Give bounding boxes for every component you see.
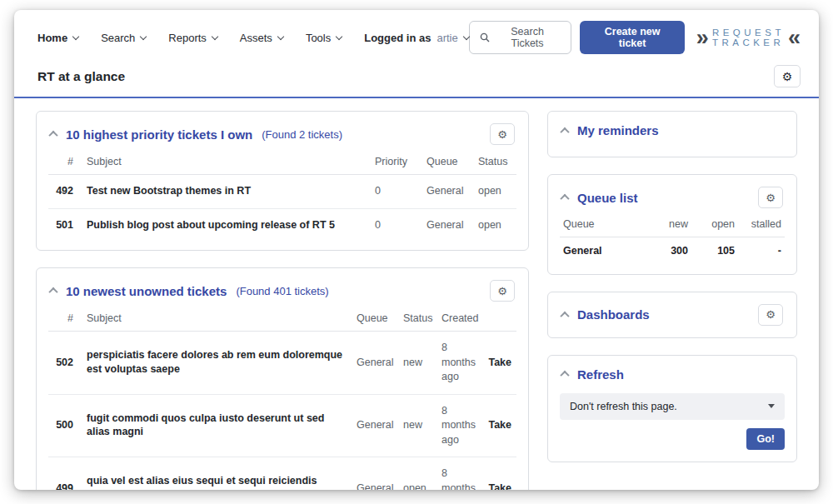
col-queue: Queue bbox=[421, 148, 473, 175]
logo-right-chevrons-icon: « bbox=[788, 27, 801, 47]
col-subject: Subject bbox=[78, 305, 352, 332]
logo-wordmark: REQUEST TRACKER bbox=[712, 27, 785, 48]
col-open: open bbox=[691, 212, 738, 237]
page-title: RT at a glance bbox=[37, 69, 125, 84]
col-take bbox=[483, 305, 516, 332]
col-queue: Queue bbox=[352, 305, 398, 332]
panel-newest-title[interactable]: 10 newest unowned tickets bbox=[66, 284, 227, 298]
chevron-down-icon bbox=[72, 32, 79, 39]
ticket-id[interactable]: 502 bbox=[48, 332, 78, 395]
ticket-id[interactable]: 501 bbox=[48, 208, 78, 242]
ticket-subject-link[interactable]: quia vel est alias eius sequi et sequi r… bbox=[87, 474, 347, 490]
chevron-up-icon[interactable] bbox=[560, 311, 569, 320]
go-button[interactable]: Go! bbox=[746, 428, 785, 450]
panel-refresh-header: Refresh bbox=[560, 366, 785, 385]
request-tracker-logo[interactable]: » REQUEST TRACKER « bbox=[696, 27, 801, 48]
ticket-subject-link[interactable]: perspiciatis facere dolores ab rem eum d… bbox=[87, 348, 347, 377]
panel-highest-priority: 10 highest priority tickets I own (Found… bbox=[36, 111, 529, 251]
chevron-up-icon[interactable] bbox=[48, 131, 57, 140]
panel-highest-gear-button[interactable]: ⚙ bbox=[490, 123, 515, 145]
current-user: artie bbox=[436, 32, 457, 44]
nav-tools[interactable]: Tools bbox=[306, 32, 342, 44]
panel-refresh-title[interactable]: Refresh bbox=[577, 367, 624, 382]
nav-logged-in-as[interactable]: Logged in as artie bbox=[364, 32, 468, 44]
queue-new-count[interactable]: 300 bbox=[645, 237, 691, 266]
gear-icon: ⚙ bbox=[766, 308, 776, 321]
queue-stalled-count: - bbox=[738, 237, 785, 266]
chevron-down-icon bbox=[212, 32, 218, 39]
panel-newest-unowned: 10 newest unowned tickets (Found 401 tic… bbox=[36, 267, 529, 490]
ticket-id[interactable]: 492 bbox=[48, 175, 78, 209]
queue-row: General 300 105 - bbox=[560, 237, 785, 266]
page-settings-gear-button[interactable]: ⚙ bbox=[774, 65, 801, 87]
app-window: Home Search Reports Assets Tools Logged … bbox=[14, 10, 819, 490]
logo-line1: REQUEST bbox=[712, 27, 785, 37]
search-tickets-label: Search Tickets bbox=[494, 26, 561, 49]
col-id: # bbox=[48, 148, 78, 175]
right-column: My reminders Queue list ⚙ Queue new bbox=[547, 111, 797, 490]
nav-reports-label: Reports bbox=[168, 32, 207, 44]
panel-reminders-title[interactable]: My reminders bbox=[577, 123, 659, 137]
ticket-id[interactable]: 499 bbox=[48, 457, 78, 491]
panel-highest-title[interactable]: 10 highest priority tickets I own bbox=[66, 127, 252, 142]
ticket-id[interactable]: 500 bbox=[48, 394, 78, 457]
highest-priority-table: # Subject Priority Queue Status 492 Test… bbox=[48, 148, 516, 242]
table-header-row: # Subject Queue Status Created bbox=[48, 305, 516, 332]
table-header-row: Queue new open stalled bbox=[560, 212, 785, 237]
ticket-queue: General bbox=[421, 175, 473, 209]
left-column: 10 highest priority tickets I own (Found… bbox=[36, 111, 529, 490]
gear-icon: ⚙ bbox=[497, 285, 507, 297]
ticket-queue: General bbox=[421, 208, 473, 242]
take-link[interactable]: Take bbox=[488, 357, 511, 368]
panel-my-reminders: My reminders bbox=[547, 111, 797, 157]
nav-reports[interactable]: Reports bbox=[168, 32, 217, 44]
ticket-status: new bbox=[398, 332, 436, 395]
col-subject: Subject bbox=[78, 148, 370, 175]
chevron-up-icon[interactable] bbox=[560, 127, 569, 136]
nav-home-label: Home bbox=[37, 32, 67, 44]
nav-assets[interactable]: Assets bbox=[240, 32, 283, 44]
chevron-up-icon[interactable] bbox=[48, 287, 57, 297]
panel-dashboards-gear-button[interactable]: ⚙ bbox=[758, 304, 783, 326]
panel-queues-gear-button[interactable]: ⚙ bbox=[758, 187, 783, 208]
panel-queues-title[interactable]: Queue list bbox=[577, 191, 638, 205]
nav-search[interactable]: Search bbox=[101, 32, 146, 44]
ticket-subject-link[interactable]: Publish blog post about upcoming release… bbox=[87, 218, 335, 232]
refresh-interval-select[interactable]: Don't refresh this page. bbox=[560, 393, 785, 420]
queue-name[interactable]: General bbox=[560, 237, 645, 266]
panel-newest-found-count: (Found 401 tickets) bbox=[236, 285, 328, 297]
panel-refresh: Refresh Don't refresh this page. Go! bbox=[547, 355, 797, 462]
panel-reminders-header: My reminders bbox=[560, 122, 785, 141]
chevron-up-icon[interactable] bbox=[560, 371, 569, 380]
gear-icon: ⚙ bbox=[782, 70, 793, 83]
nav-home[interactable]: Home bbox=[37, 32, 78, 44]
panel-newest-gear-button[interactable]: ⚙ bbox=[490, 280, 515, 302]
nav-search-label: Search bbox=[101, 32, 135, 44]
ticket-status: new bbox=[398, 394, 436, 457]
ticket-row: 502 perspiciatis facere dolores ab rem e… bbox=[48, 332, 516, 395]
nav-tools-label: Tools bbox=[306, 32, 331, 44]
ticket-row: 501 Publish blog post about upcoming rel… bbox=[48, 208, 516, 242]
take-link[interactable]: Take bbox=[488, 419, 511, 431]
ticket-queue: General bbox=[352, 332, 398, 395]
col-stalled: stalled bbox=[738, 212, 785, 237]
take-link[interactable]: Take bbox=[488, 482, 511, 491]
main-menu: Home Search Reports Assets Tools Logged … bbox=[37, 32, 469, 44]
col-priority: Priority bbox=[370, 148, 421, 175]
panel-queue-list: Queue list ⚙ Queue new open stalled bbox=[547, 174, 797, 275]
panel-highest-header: 10 highest priority tickets I own (Found… bbox=[48, 122, 516, 148]
col-queue: Queue bbox=[560, 212, 645, 237]
panel-dashboards-title[interactable]: Dashboards bbox=[577, 307, 650, 322]
ticket-subject-link[interactable]: Test new Bootstrap themes in RT bbox=[87, 184, 251, 198]
ticket-row: 500 fugit commodi quos culpa iusto deser… bbox=[48, 394, 516, 457]
caret-down-icon bbox=[768, 404, 775, 408]
chevron-up-icon[interactable] bbox=[560, 194, 569, 203]
table-header-row: # Subject Priority Queue Status bbox=[48, 148, 516, 175]
ticket-created: 8 months ago bbox=[436, 332, 483, 395]
panel-queues-header: Queue list ⚙ bbox=[560, 185, 785, 212]
queue-open-count[interactable]: 105 bbox=[691, 237, 738, 266]
col-status: Status bbox=[473, 148, 516, 175]
search-tickets-button[interactable]: Search Tickets bbox=[469, 21, 572, 54]
create-new-ticket-button[interactable]: Create new ticket bbox=[580, 21, 684, 54]
ticket-subject-link[interactable]: fugit commodi quos culpa iusto deserunt … bbox=[87, 412, 347, 440]
